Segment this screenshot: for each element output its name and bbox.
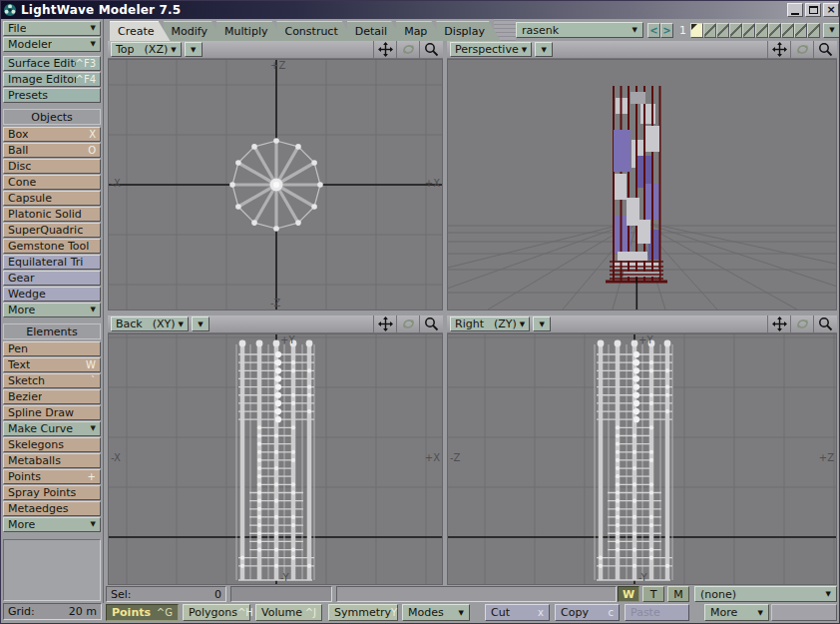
layer-cell[interactable] <box>729 23 742 38</box>
file-menu-label: File <box>8 22 26 35</box>
sidebar-item-platonic-solid[interactable]: Platonic Solid <box>3 207 101 222</box>
copy-button[interactable]: Copy c <box>555 604 620 621</box>
viewport-perspective-view-selector[interactable]: Perspective ▼ <box>450 42 532 57</box>
viewport-right-canvas[interactable]: +Y -Y -Z +Z <box>447 333 837 585</box>
vertex-map-weight-button[interactable]: W <box>618 586 639 602</box>
zoom-button[interactable] <box>813 41 836 59</box>
modeler-menu-button[interactable]: Modeler ▼ <box>3 37 101 52</box>
modes-dropdown[interactable]: Modes ▼ <box>402 604 470 621</box>
modeler-menu-label: Modeler <box>8 38 52 51</box>
object-selector-dropdown[interactable]: rasenk ▼ <box>516 22 643 38</box>
pan-button[interactable] <box>767 41 790 59</box>
rotate-button[interactable] <box>396 315 419 333</box>
layer-bank-dropdown[interactable]: ▼ <box>823 23 840 38</box>
pan-button[interactable] <box>767 315 790 333</box>
sidebar-item-gear[interactable]: Gear <box>3 271 101 286</box>
more-dropdown[interactable]: More ▼ <box>704 604 769 621</box>
sidebar-item-presets[interactable]: Presets <box>3 88 101 103</box>
tab-map[interactable]: Map <box>396 21 443 41</box>
polygons-mode-button[interactable]: Polygons ^H <box>183 604 250 621</box>
tab-display[interactable]: Display <box>436 21 501 41</box>
sidebar-item-make-curve[interactable]: Make Curve▼ <box>3 421 101 436</box>
tab-detail[interactable]: Detail <box>347 21 403 41</box>
viewport-right-style-dropdown[interactable]: ▼ <box>533 316 551 331</box>
close-button[interactable]: × <box>823 3 839 17</box>
layer-cell[interactable] <box>703 23 716 38</box>
layer-cell[interactable] <box>742 23 755 38</box>
axis-label-left: -X <box>111 453 121 463</box>
button-label: Text <box>8 358 30 371</box>
zoom-button[interactable] <box>419 315 442 333</box>
symmetry-button[interactable]: Symmetry Y <box>328 604 398 621</box>
viewport-back-view-selector[interactable]: Back (XY) ▼ <box>111 316 189 331</box>
sidebar-item-cone[interactable]: Cone <box>3 175 101 190</box>
sidebar-item-ball[interactable]: BallO <box>3 143 101 158</box>
rotate-button[interactable] <box>790 41 813 59</box>
sidebar-item-capsule[interactable]: Capsule <box>3 191 101 206</box>
sidebar-item-text[interactable]: TextW <box>3 357 101 372</box>
layer-cell[interactable] <box>716 23 729 38</box>
layer-cell[interactable] <box>768 23 781 38</box>
sidebar-item-gemstone-tool[interactable]: Gemstone Tool <box>3 239 101 254</box>
sidebar-item-equilateral-tri[interactable]: Equilateral Tri <box>3 255 101 270</box>
sidebar-item-box[interactable]: BoxX <box>3 127 101 142</box>
layer-cell[interactable] <box>807 23 820 38</box>
viewport-perspective-canvas[interactable] <box>447 59 837 311</box>
tab-multiply[interactable]: Multiply <box>216 21 283 41</box>
button-label: Equilateral Tri <box>8 256 83 269</box>
paste-button[interactable]: Paste <box>625 604 689 621</box>
sidebar-item-skelegons[interactable]: Skelegons <box>3 437 101 452</box>
sidebar-item-image-editor[interactable]: Image Editor ^F4 <box>3 72 101 87</box>
vertex-map-morph-button[interactable]: M <box>667 586 689 602</box>
sidebar-item-metaballs[interactable]: Metaballs <box>3 453 101 468</box>
sidebar-item-wedge[interactable]: Wedge <box>3 287 101 302</box>
sidebar-item-surface-editor[interactable]: Surface Editor ^F3 <box>3 56 101 71</box>
viewport-back-header: Back (XY) ▼ ▼ <box>108 315 443 333</box>
prev-layer-button[interactable]: < <box>647 23 660 38</box>
points-mode-button[interactable]: Points ^G <box>106 604 179 621</box>
viewport-right-view-selector[interactable]: Right (ZY) ▼ <box>450 316 530 331</box>
chevron-down-icon: ▼ <box>829 26 834 34</box>
viewport-back-style-dropdown[interactable]: ▼ <box>192 316 210 331</box>
viewport-top-canvas[interactable]: +Z -Z -X +X <box>108 59 443 311</box>
sidebar-item-bezier[interactable]: Bezier <box>3 389 101 404</box>
viewport-top-view-selector[interactable]: Top (XZ) ▼ <box>111 42 182 57</box>
viewport-top-style-dropdown[interactable]: ▼ <box>185 42 203 57</box>
tab-create[interactable]: Create <box>110 21 171 41</box>
tab-construct[interactable]: Construct <box>276 21 353 41</box>
pan-button[interactable] <box>373 315 396 333</box>
sidebar-item-more-elements[interactable]: More▼ <box>3 517 101 532</box>
next-layer-button[interactable]: > <box>660 23 673 38</box>
sidebar-item-pen[interactable]: Pen <box>3 341 101 356</box>
layer-cell[interactable] <box>794 23 807 38</box>
cut-button[interactable]: Cut x <box>485 604 550 621</box>
main-tab-bar: Create Modify Multiply Construct Detail … <box>104 19 840 41</box>
zoom-button[interactable] <box>813 315 836 333</box>
title-bar[interactable]: LightWave Modeler 7.5 × <box>1 1 840 19</box>
sidebar-item-spline-draw[interactable]: Spline Draw <box>3 405 101 420</box>
sidebar-item-disc[interactable]: Disc <box>3 159 101 174</box>
layer-cell[interactable] <box>690 23 703 38</box>
file-menu-button[interactable]: File ▼ <box>3 21 101 36</box>
viewport-back-canvas[interactable]: +Y -Y -X +X <box>108 333 443 585</box>
rotate-button[interactable] <box>790 315 813 333</box>
sidebar-item-superquadric[interactable]: SuperQuadric <box>3 223 101 238</box>
rotate-button[interactable] <box>396 41 419 59</box>
zoom-button[interactable] <box>419 41 442 59</box>
sidebar-item-spray-points[interactable]: Spray Points <box>3 485 101 500</box>
tab-modify[interactable]: Modify <box>164 21 223 41</box>
vertex-map-selector-dropdown[interactable]: (none) ▼ <box>694 586 837 602</box>
layer-cell[interactable] <box>781 23 794 38</box>
sidebar-item-points[interactable]: Points+ <box>3 469 101 484</box>
vertex-map-texture-button[interactable]: T <box>642 586 664 602</box>
sidebar-item-more-objects[interactable]: More▼ <box>3 303 101 317</box>
sidebar-item-metaedges[interactable]: Metaedges <box>3 501 101 516</box>
viewport-perspective-style-dropdown[interactable]: ▼ <box>535 42 553 57</box>
maximize-button[interactable] <box>805 3 821 17</box>
sidebar-item-sketch[interactable]: Sketch` <box>3 373 101 388</box>
volume-mode-button[interactable]: Volume ^J <box>255 604 322 621</box>
minimize-button[interactable] <box>787 3 803 17</box>
rotate-icon <box>401 42 416 57</box>
pan-button[interactable] <box>373 41 396 59</box>
layer-cell[interactable] <box>755 23 768 38</box>
